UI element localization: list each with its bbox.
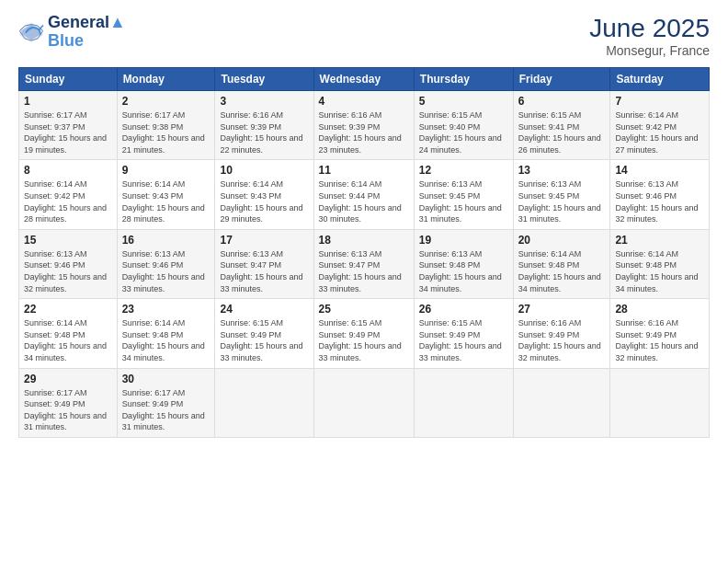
day-info: Sunrise: 6:17 AMSunset: 9:49 PMDaylight:… — [122, 387, 210, 433]
day-number: 12 — [419, 164, 508, 177]
day-number: 14 — [615, 164, 704, 177]
day-info: Sunrise: 6:14 AMSunset: 9:42 PMDaylight:… — [24, 178, 112, 224]
calendar-cell — [513, 368, 610, 437]
day-info: Sunrise: 6:15 AMSunset: 9:49 PMDaylight:… — [319, 317, 409, 363]
calendar-cell: 26Sunrise: 6:15 AMSunset: 9:49 PMDayligh… — [414, 299, 513, 368]
calendar-cell: 13Sunrise: 6:13 AMSunset: 9:45 PMDayligh… — [513, 160, 610, 229]
calendar-cell: 9Sunrise: 6:14 AMSunset: 9:43 PMDaylight… — [117, 160, 215, 229]
day-info: Sunrise: 6:14 AMSunset: 9:43 PMDaylight:… — [220, 178, 308, 224]
calendar-cell: 2Sunrise: 6:17 AMSunset: 9:38 PMDaylight… — [117, 91, 215, 160]
day-info: Sunrise: 6:13 AMSunset: 9:46 PMDaylight:… — [615, 178, 704, 224]
day-info: Sunrise: 6:14 AMSunset: 9:48 PMDaylight:… — [615, 248, 704, 294]
calendar-cell: 11Sunrise: 6:14 AMSunset: 9:44 PMDayligh… — [313, 160, 414, 229]
day-info: Sunrise: 6:16 AMSunset: 9:49 PMDaylight:… — [518, 317, 606, 363]
day-number: 18 — [319, 234, 409, 247]
col-tuesday: Tuesday — [215, 68, 313, 91]
day-info: Sunrise: 6:16 AMSunset: 9:39 PMDaylight:… — [220, 109, 308, 155]
calendar-cell: 17Sunrise: 6:13 AMSunset: 9:47 PMDayligh… — [215, 229, 313, 298]
day-info: Sunrise: 6:14 AMSunset: 9:48 PMDaylight:… — [122, 317, 210, 363]
day-info: Sunrise: 6:14 AMSunset: 9:44 PMDaylight:… — [319, 178, 409, 224]
day-number: 15 — [24, 234, 112, 247]
day-info: Sunrise: 6:13 AMSunset: 9:46 PMDaylight:… — [24, 248, 112, 294]
day-number: 10 — [220, 164, 308, 177]
calendar-cell: 4Sunrise: 6:16 AMSunset: 9:39 PMDaylight… — [313, 91, 414, 160]
day-info: Sunrise: 6:14 AMSunset: 9:43 PMDaylight:… — [122, 178, 210, 224]
calendar-cell: 16Sunrise: 6:13 AMSunset: 9:46 PMDayligh… — [117, 229, 215, 298]
calendar-cell: 27Sunrise: 6:16 AMSunset: 9:49 PMDayligh… — [513, 299, 610, 368]
logo: General▲ Blue — [18, 14, 126, 51]
col-wednesday: Wednesday — [313, 68, 414, 91]
day-number: 30 — [122, 373, 210, 385]
day-number: 8 — [24, 164, 112, 177]
day-info: Sunrise: 6:13 AMSunset: 9:46 PMDaylight:… — [122, 248, 210, 294]
calendar-cell: 8Sunrise: 6:14 AMSunset: 9:42 PMDaylight… — [19, 160, 118, 229]
calendar-week-3: 15Sunrise: 6:13 AMSunset: 9:46 PMDayligh… — [19, 229, 710, 298]
day-info: Sunrise: 6:15 AMSunset: 9:49 PMDaylight:… — [220, 317, 308, 363]
calendar-cell: 12Sunrise: 6:13 AMSunset: 9:45 PMDayligh… — [414, 160, 513, 229]
day-info: Sunrise: 6:13 AMSunset: 9:48 PMDaylight:… — [419, 248, 508, 294]
day-info: Sunrise: 6:15 AMSunset: 9:40 PMDaylight:… — [419, 109, 508, 155]
day-number: 26 — [419, 303, 508, 316]
title-block: June 2025 Monsegur, France — [589, 14, 710, 58]
day-info: Sunrise: 6:14 AMSunset: 9:48 PMDaylight:… — [518, 248, 606, 294]
calendar-cell: 25Sunrise: 6:15 AMSunset: 9:49 PMDayligh… — [313, 299, 414, 368]
day-info: Sunrise: 6:13 AMSunset: 9:47 PMDaylight:… — [220, 248, 308, 294]
month-year: June 2025 — [589, 14, 710, 43]
day-info: Sunrise: 6:16 AMSunset: 9:49 PMDaylight:… — [615, 317, 704, 363]
calendar-week-5: 29Sunrise: 6:17 AMSunset: 9:49 PMDayligh… — [19, 368, 710, 437]
day-number: 20 — [518, 234, 606, 247]
calendar-cell: 5Sunrise: 6:15 AMSunset: 9:40 PMDaylight… — [414, 91, 513, 160]
calendar-cell — [215, 368, 313, 437]
location: Monsegur, France — [589, 43, 710, 58]
day-info: Sunrise: 6:13 AMSunset: 9:45 PMDaylight:… — [518, 178, 606, 224]
day-info: Sunrise: 6:17 AMSunset: 9:37 PMDaylight:… — [24, 109, 112, 155]
day-info: Sunrise: 6:16 AMSunset: 9:39 PMDaylight:… — [319, 109, 409, 155]
day-number: 4 — [319, 95, 409, 108]
col-friday: Friday — [513, 68, 610, 91]
day-number: 9 — [122, 164, 210, 177]
calendar-cell: 20Sunrise: 6:14 AMSunset: 9:48 PMDayligh… — [513, 229, 610, 298]
day-number: 16 — [122, 234, 210, 247]
calendar-cell — [610, 368, 710, 437]
calendar-cell — [414, 368, 513, 437]
day-number: 6 — [518, 95, 606, 108]
day-number: 3 — [220, 95, 308, 108]
calendar-cell — [313, 368, 414, 437]
day-number: 19 — [419, 234, 508, 247]
calendar-header: Sunday Monday Tuesday Wednesday Thursday… — [19, 68, 710, 91]
day-info: Sunrise: 6:13 AMSunset: 9:45 PMDaylight:… — [419, 178, 508, 224]
day-info: Sunrise: 6:13 AMSunset: 9:47 PMDaylight:… — [319, 248, 409, 294]
calendar-cell: 10Sunrise: 6:14 AMSunset: 9:43 PMDayligh… — [215, 160, 313, 229]
calendar-cell: 14Sunrise: 6:13 AMSunset: 9:46 PMDayligh… — [610, 160, 710, 229]
day-number: 17 — [220, 234, 308, 247]
day-number: 22 — [24, 303, 112, 316]
day-number: 27 — [518, 303, 606, 316]
day-number: 5 — [419, 95, 508, 108]
col-thursday: Thursday — [414, 68, 513, 91]
calendar-body: 1Sunrise: 6:17 AMSunset: 9:37 PMDaylight… — [19, 91, 710, 438]
col-saturday: Saturday — [610, 68, 710, 91]
calendar-cell: 1Sunrise: 6:17 AMSunset: 9:37 PMDaylight… — [19, 91, 118, 160]
day-number: 1 — [24, 95, 112, 108]
calendar-week-4: 22Sunrise: 6:14 AMSunset: 9:48 PMDayligh… — [19, 299, 710, 368]
calendar-cell: 6Sunrise: 6:15 AMSunset: 9:41 PMDaylight… — [513, 91, 610, 160]
calendar-cell: 29Sunrise: 6:17 AMSunset: 9:49 PMDayligh… — [19, 368, 118, 437]
calendar-cell: 28Sunrise: 6:16 AMSunset: 9:49 PMDayligh… — [610, 299, 710, 368]
col-monday: Monday — [117, 68, 215, 91]
logo-text: General▲ Blue — [48, 14, 126, 51]
calendar-cell: 21Sunrise: 6:14 AMSunset: 9:48 PMDayligh… — [610, 229, 710, 298]
logo-icon — [18, 19, 44, 45]
day-info: Sunrise: 6:17 AMSunset: 9:49 PMDaylight:… — [24, 387, 112, 433]
day-number: 21 — [615, 234, 704, 247]
calendar-cell: 30Sunrise: 6:17 AMSunset: 9:49 PMDayligh… — [117, 368, 215, 437]
day-number: 2 — [122, 95, 210, 108]
day-number: 29 — [24, 373, 112, 385]
calendar-cell: 22Sunrise: 6:14 AMSunset: 9:48 PMDayligh… — [19, 299, 118, 368]
header: General▲ Blue June 2025 Monsegur, France — [18, 14, 710, 58]
calendar-cell: 23Sunrise: 6:14 AMSunset: 9:48 PMDayligh… — [117, 299, 215, 368]
calendar-cell: 15Sunrise: 6:13 AMSunset: 9:46 PMDayligh… — [19, 229, 118, 298]
day-number: 25 — [319, 303, 409, 316]
day-info: Sunrise: 6:15 AMSunset: 9:41 PMDaylight:… — [518, 109, 606, 155]
calendar-cell: 19Sunrise: 6:13 AMSunset: 9:48 PMDayligh… — [414, 229, 513, 298]
day-info: Sunrise: 6:14 AMSunset: 9:48 PMDaylight:… — [24, 317, 112, 363]
